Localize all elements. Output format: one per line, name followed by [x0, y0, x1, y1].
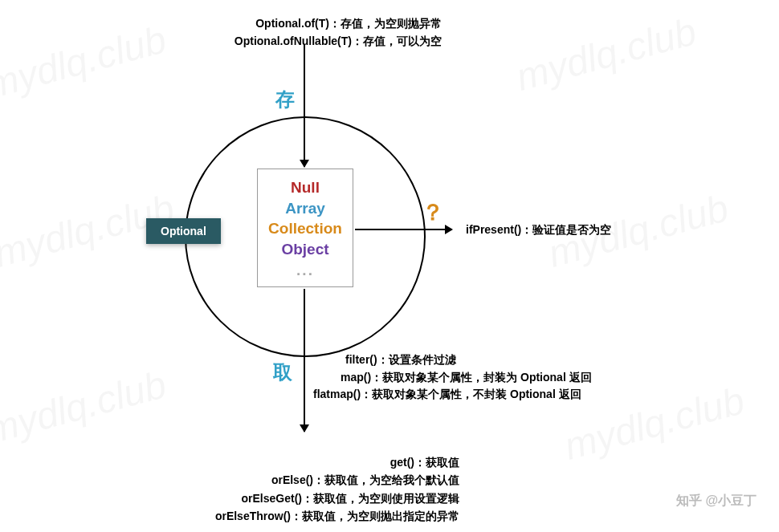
method-ifpresent-desc: 验证值是否为空	[532, 223, 611, 236]
method-flatmap: flatmap()：	[313, 388, 372, 400]
label-get: 取	[273, 359, 292, 385]
ifpresent-block: ifPresent()：验证值是否为空	[466, 223, 611, 238]
method-orelse-desc: 获取值，为空给我个默认值	[324, 473, 459, 486]
type-object: Object	[258, 239, 353, 260]
method-map: map()：	[341, 371, 382, 384]
method-ofnullable: Optional.ofNullable(T)：	[235, 35, 363, 47]
watermark: mydlq.club	[0, 362, 171, 453]
transform-methods-block: filter()：设置条件过滤 map()：获取对象某个属性，封装为 Optio…	[313, 351, 592, 404]
method-map-desc: 获取对象某个属性，封装为 Optional 返回	[382, 371, 592, 384]
question-mark: ？	[422, 197, 444, 228]
arrow-get	[304, 289, 305, 432]
type-collection: Collection	[258, 218, 353, 239]
label-store: 存	[275, 87, 295, 112]
method-get: get()：	[390, 456, 426, 469]
arrow-check	[355, 229, 452, 230]
method-filter-desc: 设置条件过滤	[389, 353, 456, 366]
method-orelsethrow: orElseThrow()：	[215, 510, 302, 522]
method-get-desc: 获取值	[426, 456, 459, 469]
zhihu-attribution: 知乎 @小豆丁	[676, 493, 757, 510]
optional-badge: Optional	[146, 218, 221, 244]
method-flatmap-desc: 获取对象某个属性，不封装 Optional 返回	[372, 388, 581, 400]
type-dots: ...	[258, 260, 353, 281]
type-array: Array	[258, 198, 353, 219]
method-of: Optional.of(T)：	[255, 17, 341, 30]
method-orelseget: orElseGet()：	[242, 492, 313, 505]
method-filter: filter()：	[345, 353, 389, 366]
watermark: mydlq.club	[512, 9, 701, 99]
method-ofnullable-desc: 存值，可以为空	[363, 35, 442, 47]
top-methods-block: Optional.of(T)：存值，为空则抛异常 Optional.ofNull…	[0, 14, 442, 51]
get-methods-block: get()：获取值 orElse()：获取值，为空给我个默认值 orElseGe…	[0, 453, 459, 526]
type-null: Null	[258, 177, 353, 198]
method-orelse: orElse()：	[271, 473, 324, 486]
value-types-box: Null Array Collection Object ...	[257, 169, 353, 287]
method-orelseget-desc: 获取值，为空则使用设置逻辑	[313, 492, 459, 505]
method-ifpresent: ifPresent()：	[466, 223, 532, 236]
method-orelsethrow-desc: 获取值，为空则抛出指定的异常	[302, 510, 459, 522]
method-of-desc: 存值，为空则抛异常	[341, 17, 442, 30]
